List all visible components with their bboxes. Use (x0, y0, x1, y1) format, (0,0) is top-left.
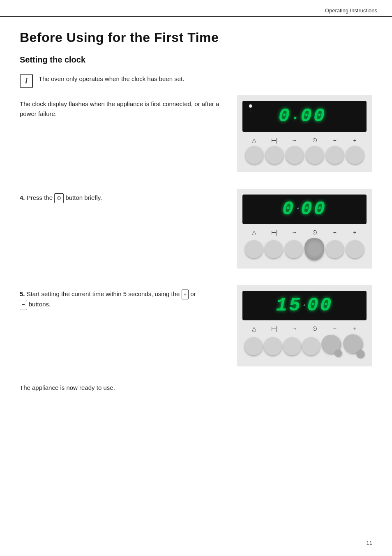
skip-left-symbol-1: ⊢| (267, 137, 282, 144)
arrow-symbol-2: → (287, 229, 302, 236)
main-title: Before Using for the First Time (20, 30, 372, 45)
btn-skip-left-2[interactable] (265, 240, 283, 258)
btn-bell-2[interactable] (245, 240, 263, 258)
info-icon: i (20, 74, 33, 88)
btn-minus-3-active[interactable] (321, 335, 342, 358)
button-circle-row-3 (242, 334, 367, 358)
info-block: i The oven only operates when the clock … (20, 74, 372, 88)
btn-arrow-3[interactable] (283, 337, 301, 355)
display1-digits: 0·00 (249, 106, 360, 127)
btn-arrow-2[interactable] (285, 240, 303, 258)
content-area: Before Using for the First Time Setting … (0, 17, 392, 412)
step5-label: 5. (20, 290, 25, 297)
display3-container: 15⁺00 △ ⊢| → ⏲ − + (237, 285, 372, 366)
btn-skip-left-1[interactable] (265, 146, 284, 164)
oven-panel-1: ⌚ ○ 0·00 △ ⊢| → ⏲ − + (237, 95, 372, 172)
oven-display-3: 15⁺00 (242, 291, 367, 320)
oven-display-1: ⌚ ○ 0·00 (242, 101, 367, 132)
minus-symbol-2: − (327, 229, 342, 236)
arrow-symbol-3: → (287, 325, 302, 332)
step4-text: 4. Press the ⏲ button briefly. (20, 193, 227, 203)
arrow-symbol-1: → (287, 137, 302, 144)
skip-left-symbol-2: ⊢| (267, 229, 282, 236)
plus-symbol-1: + (348, 137, 362, 144)
info-text: The oven only operates when the clock ha… (39, 74, 184, 84)
clock-symbol-1: ⏲ (307, 137, 322, 144)
display2-digits: 0⁺00 (248, 199, 361, 220)
plus-symbol-2: + (348, 229, 362, 236)
btn-arrow-1[interactable] (286, 146, 304, 164)
btn-clock-2-pressed[interactable] (304, 238, 324, 260)
button-circle-row-1 (242, 146, 367, 164)
display1-container: ⌚ ○ 0·00 △ ⊢| → ⏲ − + (237, 95, 372, 172)
step5-text1: Start setting the current time within 5 … (27, 290, 182, 297)
btn-minus-1[interactable] (326, 146, 344, 164)
step4-left: 4. Press the ⏲ button briefly. (20, 189, 227, 203)
page-header: Operating Instructions (0, 0, 392, 17)
clock-symbol-2: ⏲ (307, 229, 322, 236)
step5-left: 5. Start setting the current time within… (20, 285, 227, 310)
bottom-text: The appliance is now ready to use. (20, 383, 372, 393)
oven-display-2: 0⁺00 (242, 195, 367, 224)
bell-symbol-3: △ (247, 325, 262, 332)
section-title: Setting the clock (20, 55, 372, 65)
step5-text2: buttons. (29, 301, 51, 308)
oven-panel-3: 15⁺00 △ ⊢| → ⏲ − + (237, 285, 372, 366)
btn-skip-left-3[interactable] (264, 337, 282, 355)
display2-container: 0⁺00 △ ⊢| → ⏲ − + (237, 189, 372, 269)
step4-button-symbol: ⏲ (54, 193, 64, 204)
clock-symbol-3: ⏲ (307, 325, 322, 332)
button-symbol-row-1: △ ⊢| → ⏲ − + (242, 137, 367, 144)
step-row-4: 4. Press the ⏲ button briefly. 0⁺00 △ ⊢|… (20, 189, 372, 269)
step5-text: 5. Start setting the current time within… (20, 289, 227, 310)
intro-paragraph: The clock display flashes when the appli… (20, 99, 227, 119)
step4-label: 4. (20, 194, 25, 201)
btn-bell-1[interactable] (245, 146, 263, 164)
step4-text-before: Press the (27, 194, 53, 201)
btn-clock-3[interactable] (302, 337, 320, 355)
minus-symbol-1: − (327, 137, 342, 144)
header-label: Operating Instructions (325, 7, 377, 14)
step5-or: or (190, 290, 196, 297)
display3-digits: 15⁺00 (248, 295, 361, 316)
step4-text-after: button briefly. (65, 194, 102, 201)
button-symbol-row-3: △ ⊢| → ⏲ − + (242, 325, 367, 332)
btn-clock-1[interactable] (306, 146, 324, 164)
button-symbol-row-2: △ ⊢| → ⏲ − + (242, 229, 367, 236)
oven-panel-2: 0⁺00 △ ⊢| → ⏲ − + (237, 189, 372, 269)
step5-minus-symbol: − (20, 300, 27, 310)
btn-plus-1[interactable] (346, 146, 364, 164)
page-number: 11 (367, 540, 372, 546)
step-row-5: 5. Start setting the current time within… (20, 285, 372, 366)
skip-left-symbol-3: ⊢| (267, 325, 282, 332)
bell-symbol-2: △ (247, 229, 262, 236)
display1-clock-icon: ⌚ ○ (248, 104, 253, 112)
step5-plus-symbol: + (182, 290, 189, 300)
button-circle-row-2 (242, 238, 367, 260)
btn-plus-3-active[interactable] (343, 334, 364, 358)
btn-minus-2[interactable] (326, 240, 344, 258)
intro-left: The clock display flashes when the appli… (20, 95, 227, 119)
plus-symbol-3: + (348, 325, 362, 332)
minus-symbol-3: − (327, 325, 342, 332)
btn-bell-3[interactable] (244, 337, 263, 355)
bell-symbol-1: △ (247, 137, 262, 144)
btn-plus-2[interactable] (346, 240, 364, 258)
step-row-intro: The clock display flashes when the appli… (20, 95, 372, 172)
